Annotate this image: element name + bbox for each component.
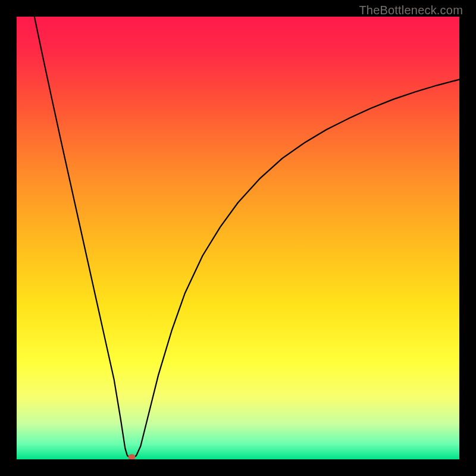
chart-svg [17,17,459,459]
chart-frame: TheBottleneck.com [0,0,476,476]
chart-plot-area [17,17,459,459]
watermark-text: TheBottleneck.com [359,4,463,17]
